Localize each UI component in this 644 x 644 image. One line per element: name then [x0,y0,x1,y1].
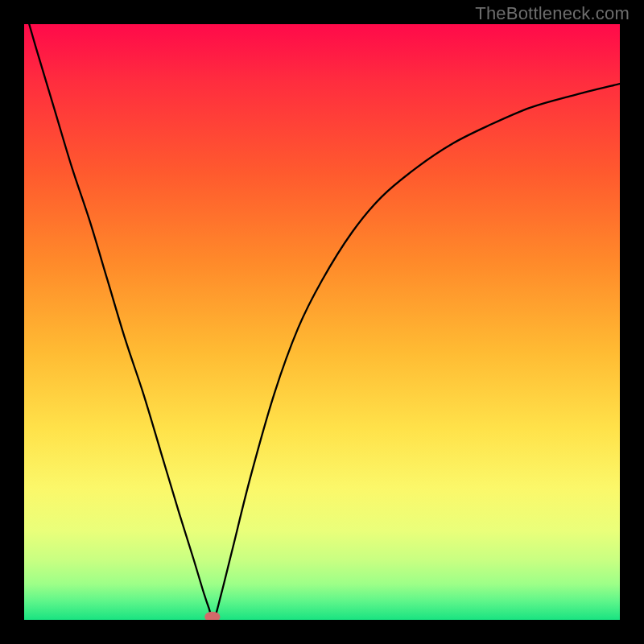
gradient-background [24,24,620,620]
plot-area [24,24,620,620]
watermark-text: TheBottleneck.com [475,3,630,24]
chart-frame: TheBottleneck.com [0,0,644,644]
chart-svg [24,24,620,620]
